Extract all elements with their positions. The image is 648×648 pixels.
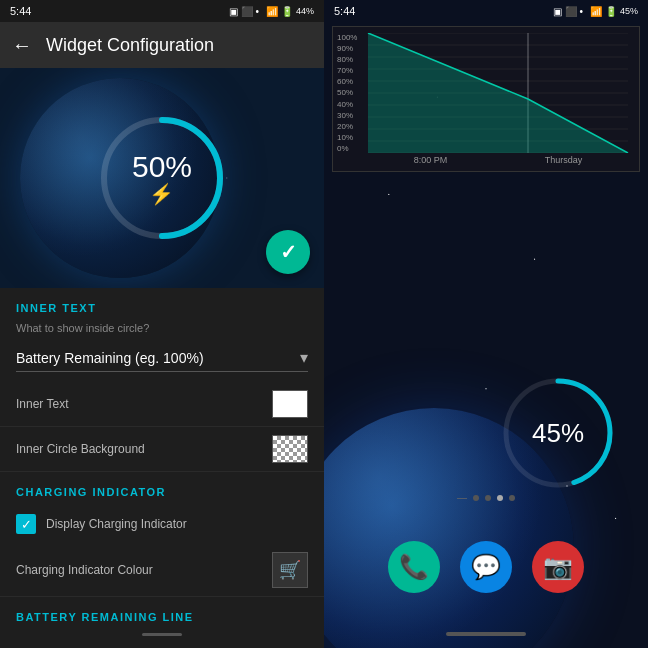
inner-text-sub-label: What to show inside circle? bbox=[0, 320, 324, 342]
y-label-100: 100% bbox=[337, 33, 357, 42]
chart-area: 100% 90% 80% 70% 60% 50% 40% 30% 20% 10%… bbox=[365, 33, 631, 153]
toolbar: ← Widget Configuration bbox=[0, 22, 324, 68]
right-status-time: 5:44 bbox=[334, 5, 355, 17]
right-circle-text: 45% bbox=[532, 418, 584, 449]
dots-dash: — bbox=[457, 492, 467, 503]
y-label-0: 0% bbox=[337, 144, 357, 153]
charging-checkbox[interactable]: ✓ bbox=[16, 514, 36, 534]
battery-line-section-header: BATTERY REMAINING LINE bbox=[0, 597, 324, 629]
dropdown-arrow-icon: ▾ bbox=[300, 348, 308, 367]
scroll-indicator bbox=[142, 633, 182, 636]
dropdown-control[interactable]: Battery Remaining (eg. 100%) ▾ bbox=[16, 348, 308, 372]
chart-svg bbox=[365, 33, 631, 153]
battery-percent: 44% bbox=[296, 6, 314, 16]
x-label-day: Thursday bbox=[545, 155, 583, 165]
messages-icon: 💬 bbox=[471, 553, 501, 581]
right-battery-percent: 45% bbox=[620, 6, 638, 16]
y-label-50: 50% bbox=[337, 88, 357, 97]
left-panel: 5:44 ▣ ⬛ • 📶 🔋 44% ← Widget Configuratio… bbox=[0, 0, 324, 648]
y-label-40: 40% bbox=[337, 100, 357, 109]
circle-widget: 50% ⚡ bbox=[97, 113, 227, 243]
right-status-bar: 5:44 ▣ ⬛ • 📶 🔋 45% bbox=[324, 0, 648, 22]
phone-icon: 📞 bbox=[399, 553, 429, 581]
y-label-20: 20% bbox=[337, 122, 357, 131]
home-indicator bbox=[446, 632, 526, 636]
battery-chart: 100% 90% 80% 70% 60% 50% 40% 30% 20% 10%… bbox=[332, 26, 640, 172]
display-charging-row[interactable]: ✓ Display Charging Indicator bbox=[0, 504, 324, 544]
circle-text: 50% ⚡ bbox=[132, 150, 192, 206]
inner-text-row[interactable]: Inner Text bbox=[0, 382, 324, 427]
camera-app-icon[interactable]: 📷 bbox=[532, 541, 584, 593]
right-status-icons: ▣ ⬛ • 📶 🔋 45% bbox=[553, 6, 638, 17]
left-status-bar: 5:44 ▣ ⬛ • 📶 🔋 44% bbox=[0, 0, 324, 22]
right-notification-icons: ▣ ⬛ • bbox=[553, 6, 583, 17]
charging-section-header: CHARGING INDICATOR bbox=[0, 472, 324, 504]
notification-icons: ▣ ⬛ • bbox=[229, 6, 259, 17]
camera-icon: 📷 bbox=[543, 553, 573, 581]
confirm-fab[interactable] bbox=[266, 230, 310, 274]
right-circle-percent: 45% bbox=[532, 418, 584, 448]
charging-colour-row[interactable]: Charging Indicator Colour 🛒 bbox=[0, 544, 324, 597]
dot-3-active bbox=[497, 495, 503, 501]
inner-circle-bg-row[interactable]: Inner Circle Background bbox=[0, 427, 324, 472]
back-button[interactable]: ← bbox=[12, 34, 32, 57]
y-label-80: 80% bbox=[337, 55, 357, 64]
right-signal-icon: 📶 bbox=[590, 6, 602, 17]
page-title: Widget Configuration bbox=[46, 35, 214, 56]
dropdown-value: Battery Remaining (eg. 100%) bbox=[16, 350, 204, 366]
dropdown-row[interactable]: Battery Remaining (eg. 100%) ▾ bbox=[0, 342, 324, 382]
y-label-60: 60% bbox=[337, 77, 357, 86]
signal-icon: 📶 bbox=[266, 6, 278, 17]
dot-4 bbox=[509, 495, 515, 501]
battery-icon: 🔋 bbox=[281, 6, 293, 17]
x-axis-labels: 8:00 PM Thursday bbox=[365, 155, 631, 165]
settings-content[interactable]: INNER TEXT What to show inside circle? B… bbox=[0, 288, 324, 648]
dot-1 bbox=[473, 495, 479, 501]
circle-percent: 50% bbox=[132, 150, 192, 184]
phone-app-icon[interactable]: 📞 bbox=[388, 541, 440, 593]
left-status-icons: ▣ ⬛ • 📶 🔋 44% bbox=[229, 6, 314, 17]
right-widget: 45% bbox=[498, 373, 618, 493]
inner-circle-bg-label: Inner Circle Background bbox=[16, 442, 145, 456]
y-label-30: 30% bbox=[337, 111, 357, 120]
charging-colour-swatch[interactable]: 🛒 bbox=[272, 552, 308, 588]
app-icons-row: 📞 💬 📷 bbox=[324, 541, 648, 593]
dot-2 bbox=[485, 495, 491, 501]
page-dots: — bbox=[324, 492, 648, 503]
lightning-icon: ⚡ bbox=[132, 182, 192, 206]
messages-app-icon[interactable]: 💬 bbox=[460, 541, 512, 593]
inner-text-label: Inner Text bbox=[16, 397, 68, 411]
inner-text-section-header: INNER TEXT bbox=[0, 288, 324, 320]
y-label-70: 70% bbox=[337, 66, 357, 75]
inner-text-color-swatch[interactable] bbox=[272, 390, 308, 418]
charging-checkbox-label: Display Charging Indicator bbox=[46, 517, 187, 531]
charging-colour-label: Charging Indicator Colour bbox=[16, 563, 153, 577]
y-label-10: 10% bbox=[337, 133, 357, 142]
right-battery-icon: 🔋 bbox=[605, 6, 617, 17]
right-panel: 5:44 ▣ ⬛ • 📶 🔋 45% 100% 90% 80% 70% 60% … bbox=[324, 0, 648, 648]
inner-circle-bg-swatch[interactable] bbox=[272, 435, 308, 463]
x-label-time: 8:00 PM bbox=[414, 155, 448, 165]
y-label-90: 90% bbox=[337, 44, 357, 53]
y-axis-labels: 100% 90% 80% 70% 60% 50% 40% 30% 20% 10%… bbox=[337, 33, 357, 153]
left-status-time: 5:44 bbox=[10, 5, 31, 17]
widget-preview: 50% ⚡ bbox=[0, 68, 324, 288]
